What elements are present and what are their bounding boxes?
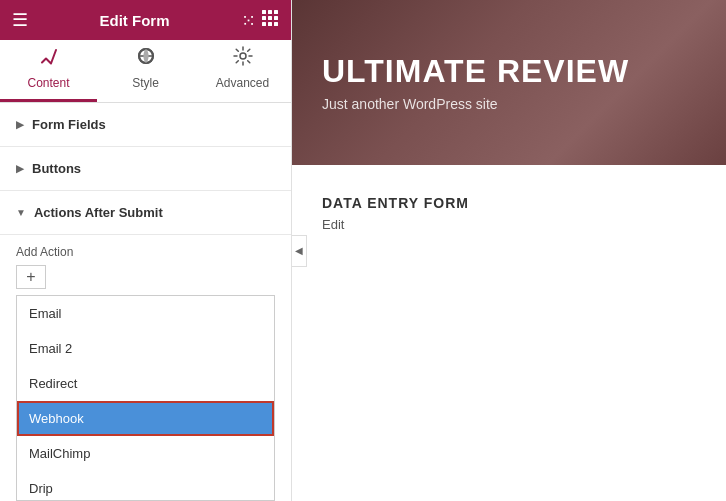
hero-content: ULTIMATE REVIEW Just another WordPress s… bbox=[322, 53, 696, 112]
dropdown-item-webhook[interactable]: Webhook bbox=[17, 401, 274, 436]
form-fields-arrow: ▶ bbox=[16, 119, 24, 130]
svg-rect-3 bbox=[262, 16, 266, 20]
buttons-label: Buttons bbox=[32, 161, 81, 176]
actions-arrow: ▼ bbox=[16, 207, 26, 218]
form-edit-link[interactable]: Edit bbox=[322, 217, 696, 232]
tab-content[interactable]: Content bbox=[0, 40, 97, 102]
add-action-area: Add Action + bbox=[0, 235, 291, 295]
buttons-section: ▶ Buttons bbox=[0, 147, 291, 191]
editor-header: ☰ Edit Form ⁠⁙⁠ bbox=[0, 0, 291, 40]
svg-rect-1 bbox=[268, 10, 272, 14]
hero-title: ULTIMATE REVIEW bbox=[322, 53, 696, 90]
buttons-arrow: ▶ bbox=[16, 163, 24, 174]
actions-label: Actions After Submit bbox=[34, 205, 163, 220]
tab-style-label: Style bbox=[132, 76, 159, 90]
form-area: DATA ENTRY FORM Edit bbox=[292, 165, 726, 262]
svg-rect-2 bbox=[274, 10, 278, 14]
tab-style[interactable]: Style bbox=[97, 40, 194, 102]
svg-rect-6 bbox=[262, 22, 266, 26]
style-icon bbox=[135, 45, 157, 72]
svg-rect-7 bbox=[268, 22, 272, 26]
right-panel: ◀ ULTIMATE REVIEW Just another WordPress… bbox=[292, 0, 726, 501]
dropdown-item-email2[interactable]: Email 2 bbox=[17, 331, 274, 366]
svg-rect-0 bbox=[262, 10, 266, 14]
actions-header[interactable]: ▼ Actions After Submit bbox=[0, 191, 291, 235]
left-panel: ☰ Edit Form ⁠⁙⁠ Content bbox=[0, 0, 292, 501]
header-title: Edit Form bbox=[99, 12, 169, 29]
add-action-button[interactable]: + bbox=[16, 265, 46, 289]
dropdown-item-email[interactable]: Email bbox=[17, 296, 274, 331]
buttons-header[interactable]: ▶ Buttons bbox=[0, 147, 291, 190]
content-icon bbox=[38, 45, 60, 72]
tab-advanced[interactable]: Advanced bbox=[194, 40, 291, 102]
form-fields-section: ▶ Form Fields bbox=[0, 103, 291, 147]
tab-content-label: Content bbox=[27, 76, 69, 90]
add-action-label: Add Action bbox=[16, 245, 73, 259]
svg-rect-8 bbox=[274, 22, 278, 26]
hero-section: ULTIMATE REVIEW Just another WordPress s… bbox=[292, 0, 726, 165]
hero-subtitle: Just another WordPress site bbox=[322, 96, 696, 112]
svg-point-11 bbox=[240, 53, 246, 59]
form-fields-label: Form Fields bbox=[32, 117, 106, 132]
dropdown-wrapper: Email Email 2 Redirect Webhook MailChimp… bbox=[0, 295, 291, 501]
menu-icon[interactable]: ☰ bbox=[12, 9, 28, 31]
dropdown-item-drip[interactable]: Drip bbox=[17, 471, 274, 501]
svg-rect-5 bbox=[274, 16, 278, 20]
grid-icon[interactable]: ⁠⁙⁠ bbox=[241, 9, 279, 32]
action-dropdown-list[interactable]: Email Email 2 Redirect Webhook MailChimp… bbox=[16, 295, 275, 501]
actions-after-submit-section: ▼ Actions After Submit Add Action + Emai… bbox=[0, 191, 291, 501]
tab-advanced-label: Advanced bbox=[216, 76, 269, 90]
form-fields-header[interactable]: ▶ Form Fields bbox=[0, 103, 291, 146]
advanced-icon bbox=[232, 45, 254, 72]
svg-rect-4 bbox=[268, 16, 272, 20]
dropdown-item-mailchimp[interactable]: MailChimp bbox=[17, 436, 274, 471]
dropdown-item-redirect[interactable]: Redirect bbox=[17, 366, 274, 401]
form-label: DATA ENTRY FORM bbox=[322, 195, 696, 211]
collapse-panel-button[interactable]: ◀ bbox=[292, 235, 307, 267]
tab-bar: Content Style Ad bbox=[0, 40, 291, 103]
